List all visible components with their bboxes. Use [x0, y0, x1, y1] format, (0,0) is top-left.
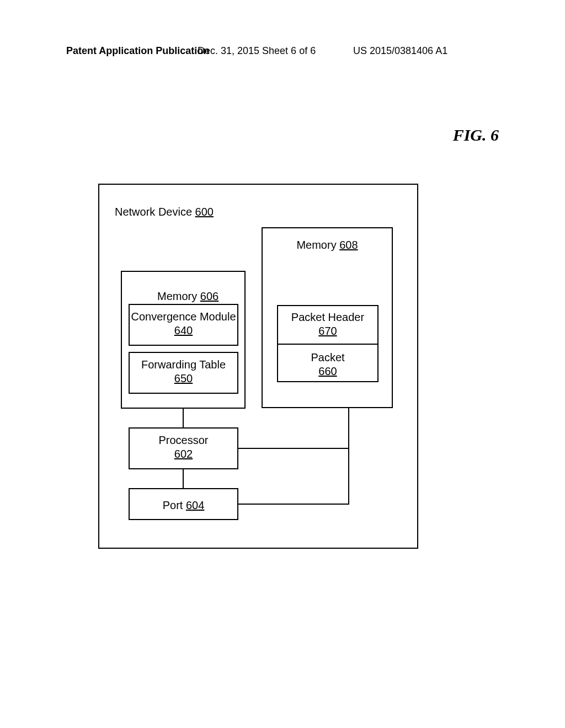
forwarding-table-name: Forwarding Table	[141, 358, 226, 371]
convergence-module-ref: 640	[174, 324, 193, 336]
packet-name: Packet	[311, 351, 344, 363]
packet-header-label: Packet Header 670	[277, 311, 379, 338]
forwarding-table-ref: 650	[174, 372, 193, 384]
packet-label: Packet 660	[277, 351, 379, 378]
port-ref: 604	[186, 499, 204, 511]
connector-memory-right-down	[348, 408, 349, 505]
packet-header-ref: 670	[318, 325, 337, 337]
convergence-module-name: Convergence Module	[131, 311, 236, 323]
convergence-module-label: Convergence Module 640	[129, 310, 238, 338]
connector-processor-port	[183, 469, 184, 488]
memory-right-ref: 608	[339, 239, 358, 251]
connector-processor-right	[238, 448, 349, 449]
port-name: Port	[163, 499, 183, 511]
port-label: Port 604	[129, 499, 238, 512]
packet-header-name: Packet Header	[291, 311, 364, 323]
memory-left-name: Memory	[157, 290, 197, 302]
publication-type: Patent Application Publication	[66, 45, 209, 57]
publication-number: US 2015/0381406 A1	[353, 45, 447, 57]
memory-left-label: Memory 606	[157, 290, 218, 303]
network-device-name: Network Device	[115, 206, 192, 218]
memory-left-ref: 606	[200, 290, 218, 302]
figure-label: FIG. 6	[453, 126, 499, 144]
memory-right-name: Memory	[296, 239, 336, 251]
network-device-label: Network Device 600	[115, 205, 214, 219]
connector-memory-processor	[183, 409, 184, 427]
sheet-info: Dec. 31, 2015 Sheet 6 of 6	[198, 45, 316, 57]
processor-ref: 602	[174, 448, 193, 460]
processor-name: Processor	[158, 434, 208, 446]
page: Patent Application Publication Dec. 31, …	[0, 0, 565, 728]
processor-label: Processor 602	[129, 433, 238, 461]
network-device-ref: 600	[195, 206, 214, 218]
forwarding-table-label: Forwarding Table 650	[129, 358, 238, 386]
memory-right-label: Memory 608	[262, 238, 393, 252]
connector-port-right	[238, 504, 349, 505]
packet-ref: 660	[318, 365, 337, 377]
